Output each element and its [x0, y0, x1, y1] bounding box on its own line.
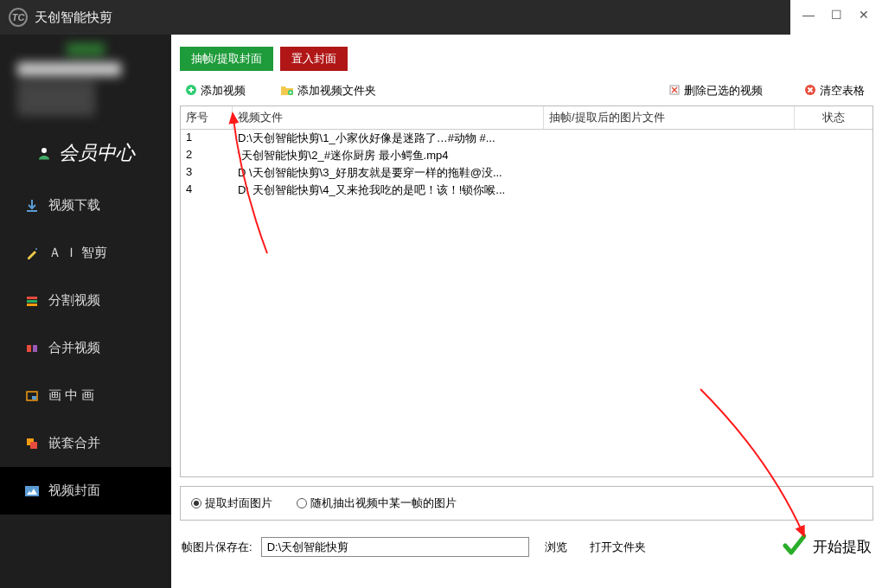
save-path-input[interactable]: [261, 537, 529, 557]
table-row[interactable]: 4 D: 天创智能快剪\4_又来抢我吃的是吧！该！!锁你喉...: [181, 182, 872, 199]
ai-edit-icon: [24, 246, 40, 261]
start-label: 开始提取: [813, 537, 872, 557]
sidebar-item-ai-edit[interactable]: Ａ Ｉ 智剪: [0, 229, 171, 277]
cell-no: 1: [181, 131, 233, 146]
add-icon: [185, 84, 197, 99]
sidebar-item-label: 画 中 画: [48, 387, 94, 404]
split-icon: [24, 293, 40, 309]
table-body: 1 D:\天创智能快剪\1_小家伙好像是迷路了…#动物 #... 2 \天创智能…: [181, 130, 872, 199]
svg-rect-4: [27, 304, 37, 306]
main-panel: 抽帧/提取封面 置入封面 添加视频 添加视频文件夹 删除已选的视频: [171, 35, 882, 588]
cell-file: D: 天创智能快剪\4_又来抢我吃的是吧！该！!锁你喉...: [233, 182, 544, 198]
sidebar-item-label: Ａ Ｉ 智剪: [48, 245, 107, 261]
radio-label: 随机抽出视频中某一帧的图片: [310, 495, 457, 511]
check-icon: [782, 533, 806, 561]
sidebar-item-label: 合并视频: [48, 340, 100, 356]
clear-table-button[interactable]: 清空表格: [804, 83, 873, 99]
svg-rect-2: [27, 297, 37, 299]
delete-icon: [668, 84, 681, 99]
svg-point-0: [42, 148, 47, 153]
sidebar-item-split[interactable]: 分割视频: [0, 277, 171, 324]
svg-rect-6: [33, 345, 37, 352]
minimize-button[interactable]: —: [802, 9, 815, 21]
svg-rect-11: [25, 486, 39, 496]
sidebar-item-label: 分割视频: [48, 292, 100, 309]
extract-options: 提取封面图片 随机抽出视频中某一帧的图片: [180, 486, 873, 521]
cell-no: 3: [181, 165, 233, 181]
mode-tabs: 抽帧/提取封面 置入封面: [171, 35, 882, 78]
cover-icon: [24, 483, 40, 499]
tab-insert-cover[interactable]: 置入封面: [280, 47, 348, 71]
svg-rect-10: [30, 442, 37, 449]
browse-button[interactable]: 浏览: [538, 538, 574, 557]
sidebar: 会员中心 视频下载 Ａ Ｉ 智剪 分割视频 合并视频: [0, 35, 171, 588]
header-status[interactable]: 状态: [795, 106, 872, 129]
cell-file: \天创智能快剪\2_#迷你厨房 最小鳄鱼.mp4: [233, 148, 544, 163]
svg-rect-3: [27, 300, 37, 303]
save-path-label: 帧图片保存在:: [182, 540, 252, 555]
delete-selected-button[interactable]: 删除已选的视频: [668, 83, 763, 99]
add-folder-button[interactable]: 添加视频文件夹: [275, 81, 381, 100]
add-video-label: 添加视频: [201, 83, 246, 99]
sidebar-item-download[interactable]: 视频下载: [0, 182, 171, 229]
table-row[interactable]: 3 D \天创智能快剪\3_好朋友就是要穿一样的拖鞋@没...: [181, 164, 872, 182]
folder-add-icon: [280, 84, 294, 99]
sidebar-item-pip[interactable]: 画 中 画: [0, 372, 171, 419]
video-table: 序号 视频文件 抽帧/提取后的图片文件 状态 1 D:\天创智能快剪\1_小家伙…: [180, 105, 873, 477]
radio-unchecked-icon: [297, 498, 307, 508]
close-button[interactable]: ✕: [858, 9, 870, 21]
open-folder-button[interactable]: 打开文件夹: [583, 538, 653, 557]
cell-file: D \天创智能快剪\3_好朋友就是要穿一样的拖鞋@没...: [233, 165, 544, 181]
header-frame[interactable]: 抽帧/提取后的图片文件: [544, 106, 795, 129]
titlebar: TC 天创智能快剪 — ☐ ✕: [0, 0, 882, 35]
app-title: 天创智能快剪: [35, 10, 112, 26]
member-center-link[interactable]: 会员中心: [0, 133, 171, 182]
clear-table-label: 清空表格: [820, 83, 865, 99]
sidebar-item-nested-merge[interactable]: 嵌套合并: [0, 419, 171, 467]
tab-extract-cover[interactable]: 抽帧/提取封面: [180, 47, 273, 71]
radio-random-frame[interactable]: 随机抽出视频中某一帧的图片: [297, 495, 457, 511]
header-file[interactable]: 视频文件: [233, 106, 544, 129]
user-info-blurred: [0, 35, 171, 133]
pip-icon: [24, 388, 40, 404]
sidebar-item-merge[interactable]: 合并视频: [0, 324, 171, 372]
table-row[interactable]: 2 \天创智能快剪\2_#迷你厨房 最小鳄鱼.mp4: [181, 147, 872, 164]
svg-point-1: [35, 248, 37, 250]
app-logo-icon: TC: [9, 8, 28, 27]
delete-selected-label: 删除已选的视频: [684, 83, 763, 99]
add-video-button[interactable]: 添加视频: [180, 81, 251, 100]
add-folder-label: 添加视频文件夹: [297, 83, 376, 99]
nested-icon: [24, 436, 40, 451]
download-icon: [24, 198, 40, 214]
start-extract-button[interactable]: 开始提取: [782, 533, 872, 561]
svg-rect-5: [27, 345, 31, 352]
sidebar-item-label: 视频封面: [48, 483, 100, 499]
cell-no: 4: [181, 182, 233, 198]
window-controls: — ☐ ✕: [790, 0, 882, 35]
bottom-bar: 帧图片保存在: 浏览 打开文件夹 开始提取: [171, 521, 882, 573]
cell-no: 2: [181, 148, 233, 163]
member-icon: [36, 145, 52, 161]
radio-checked-icon: [191, 498, 201, 508]
sidebar-item-label: 嵌套合并: [48, 435, 100, 451]
svg-rect-8: [32, 396, 36, 399]
sidebar-item-cover[interactable]: 视频封面: [0, 467, 171, 514]
clear-icon: [804, 84, 816, 99]
radio-label: 提取封面图片: [205, 495, 272, 511]
cell-file: D:\天创智能快剪\1_小家伙好像是迷路了…#动物 #...: [233, 131, 544, 146]
maximize-button[interactable]: ☐: [830, 9, 842, 21]
merge-icon: [24, 341, 40, 356]
radio-extract-cover[interactable]: 提取封面图片: [191, 495, 272, 511]
table-header: 序号 视频文件 抽帧/提取后的图片文件 状态: [181, 106, 872, 130]
sidebar-item-label: 视频下载: [48, 197, 100, 214]
member-center-label: 会员中心: [59, 140, 135, 166]
table-row[interactable]: 1 D:\天创智能快剪\1_小家伙好像是迷路了…#动物 #...: [181, 130, 872, 147]
header-no[interactable]: 序号: [181, 106, 233, 129]
toolbar: 添加视频 添加视频文件夹 删除已选的视频 清空表格: [171, 78, 882, 105]
